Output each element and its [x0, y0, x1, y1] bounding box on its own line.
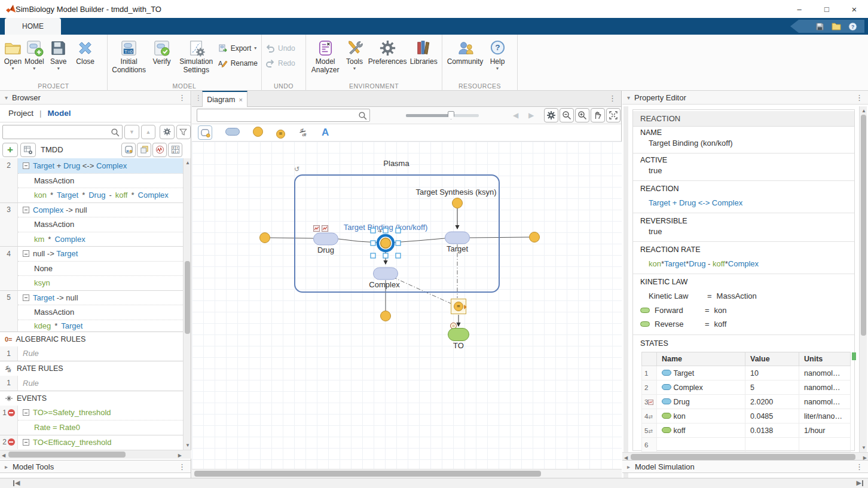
species-to[interactable] [448, 328, 469, 341]
add-annotation-tool[interactable]: A [322, 127, 329, 139]
col-value[interactable]: Value [745, 352, 799, 366]
reaction-law-row[interactable]: MassAction [0, 217, 183, 232]
add-parameter-tool[interactable]: = [276, 127, 285, 139]
close-button[interactable]: × [841, 0, 868, 18]
model-analyzer-button[interactable]: Model Analyzer [310, 38, 341, 75]
pan-button[interactable] [591, 108, 605, 122]
reaction-value[interactable]: Target + Drug <-> Complex [649, 198, 742, 207]
add-reaction-tool[interactable] [253, 127, 263, 139]
scrollbar-thumb[interactable] [631, 454, 855, 460]
rotate-handle-icon[interactable]: ↺ [294, 165, 299, 173]
dose-badge-icon[interactable] [313, 225, 320, 232]
quick-save-icon[interactable] [815, 22, 824, 31]
expand-model-tools-icon[interactable]: ▸ [5, 464, 8, 470]
close-project-button[interactable]: Close [73, 38, 98, 66]
save-button[interactable]: Save▾ [47, 38, 71, 70]
property-editor-menu-icon[interactable]: ⋮ [855, 93, 863, 102]
save-dropdown-icon[interactable]: ▾ [57, 67, 60, 70]
kinetic-law-row[interactable]: Kinetic Law = MassAction [649, 291, 757, 300]
reaction-law-row[interactable]: MassAction [0, 173, 183, 188]
equations-button[interactable]: dxd+ [168, 143, 182, 157]
rate-rule-row[interactable]: 1 Rule [0, 376, 183, 391]
nav-back-icon[interactable]: ◀ [513, 111, 518, 119]
collapse-right-panel-icon[interactable]: ▶ [857, 479, 863, 487]
event-action-row[interactable]: Rate = Rate0 [0, 420, 183, 435]
add-component-button[interactable]: + [2, 143, 18, 157]
quick-open-icon[interactable] [832, 22, 841, 30]
event-row[interactable]: 1 TO>=Safety_threshold [0, 406, 183, 421]
verify-button[interactable]: Verify [149, 38, 175, 66]
zoom-out-button[interactable] [560, 108, 574, 122]
export-button[interactable]: Export▾ [218, 44, 258, 53]
dose-badge-icon[interactable] [322, 225, 328, 232]
duplicates-button[interactable] [137, 143, 151, 157]
tab-diagram[interactable]: Diagram× [202, 91, 247, 107]
section-rate-rules[interactable]: ddt RATE RULES [0, 361, 183, 376]
diagram-horizontal-scrollbar[interactable] [192, 469, 622, 478]
libraries-button[interactable]: Libraries [409, 38, 438, 66]
compartment-label[interactable]: Plasma [383, 159, 409, 168]
reaction-rate-value[interactable]: kon*Target*Drug - koff*Complex [649, 259, 759, 268]
help-button[interactable]: ? Help▾ [487, 38, 508, 70]
fit-to-view-button[interactable] [606, 108, 621, 122]
reaction-node-drug-clearance[interactable] [259, 232, 270, 243]
nav-forward-icon[interactable]: ▶ [528, 111, 534, 119]
kinetic-reverse-row[interactable]: Reverse = koff [640, 320, 726, 329]
reaction-rate-row[interactable]: km*Complex [0, 232, 183, 247]
collapse-toggle-icon[interactable] [23, 162, 29, 169]
simulation-settings-button[interactable]: Simulation Settings [177, 38, 216, 75]
close-tab-icon[interactable]: × [239, 96, 242, 103]
add-compartment-tool[interactable] [198, 125, 212, 140]
collapse-toggle-icon[interactable] [23, 207, 29, 213]
species-complex[interactable] [373, 268, 398, 280]
quick-help-icon[interactable]: ? [848, 22, 857, 31]
model-button[interactable]: Model▾ [25, 38, 44, 70]
states-row-empty[interactable]: 6 [642, 438, 851, 452]
reaction-node-complex-degradation[interactable] [380, 311, 391, 321]
collapse-browser-icon[interactable]: ▾ [5, 94, 8, 101]
reaction-law-row[interactable]: MassAction [0, 305, 183, 320]
open-dropdown-icon[interactable]: ▾ [11, 67, 14, 70]
browser-filter-button[interactable] [176, 125, 191, 139]
zoom-in-button[interactable] [575, 108, 589, 122]
kinetic-forward-row[interactable]: Forward = kon [640, 306, 727, 315]
model-dropdown-icon[interactable]: ▾ [33, 67, 35, 70]
rename-button[interactable]: A Rename [218, 59, 258, 68]
rule-node-to[interactable]: = [451, 299, 466, 314]
tools-dropdown-icon[interactable]: ▾ [353, 67, 356, 70]
species-target[interactable] [445, 232, 470, 244]
search-prev-button[interactable]: ▲ [141, 125, 155, 139]
reaction-law-row[interactable]: None [0, 261, 183, 276]
scrollbar-thumb[interactable] [861, 115, 866, 336]
add-species-tool[interactable] [225, 127, 240, 138]
model-tools-menu-icon[interactable]: ⋮ [178, 462, 186, 471]
states-row-drug[interactable]: 3 Drug 2.0200 nanomol… [642, 395, 851, 409]
model-tools-bar[interactable]: ▸ Model Tools ⋮ [0, 460, 191, 473]
reaction-node-target-clearance[interactable] [529, 232, 540, 243]
undo-button[interactable]: Undo [265, 44, 295, 53]
diagram-settings-button[interactable] [544, 108, 558, 122]
species-drug[interactable] [313, 233, 338, 245]
browser-header[interactable]: ▾ Browser ⋮ [0, 91, 191, 105]
target-synthesis-label[interactable]: Target Synthesis (ksyn) [415, 188, 496, 197]
reaction-row[interactable]: 5 Target -> null [0, 290, 183, 305]
preferences-button[interactable]: Preferences [368, 38, 407, 66]
browser-horizontal-scrollbar[interactable]: ◀ ▶ [0, 450, 191, 459]
reaction-row[interactable]: 4 null -> Target [0, 246, 183, 261]
section-algebraic-rules[interactable]: 0= ALGEBRAIC RULES [0, 332, 183, 346]
states-row-koff[interactable]: 5⇄ koff 0.0138 1/hour [642, 423, 851, 438]
property-editor-header[interactable]: ▾ Property Editor ⋮ [622, 91, 868, 105]
diagram-search-input[interactable] [197, 109, 370, 122]
model-simulation-bar[interactable]: ▸ Model Simulation ⋮ [622, 460, 868, 473]
reaction-rate-row[interactable]: kon*Target*Drug - koff*Complex [0, 188, 183, 202]
states-row-complex[interactable]: 2 Complex 5 nanomol… [642, 380, 851, 395]
diagram-canvas[interactable]: ↺ Plasma Target Synthesis (ksyn) Drug Ta… [192, 142, 622, 469]
active-value[interactable]: true [649, 166, 662, 175]
expand-model-simulation-icon[interactable]: ▸ [627, 464, 630, 470]
selected-reaction-node[interactable] [370, 228, 401, 259]
name-value[interactable]: Target Binding (kon/koff) [649, 139, 733, 148]
collapse-toggle-icon[interactable] [23, 439, 29, 446]
community-button[interactable]: Community [446, 38, 484, 66]
tab-home[interactable]: HOME [5, 18, 61, 35]
zoom-slider[interactable] [406, 114, 479, 117]
